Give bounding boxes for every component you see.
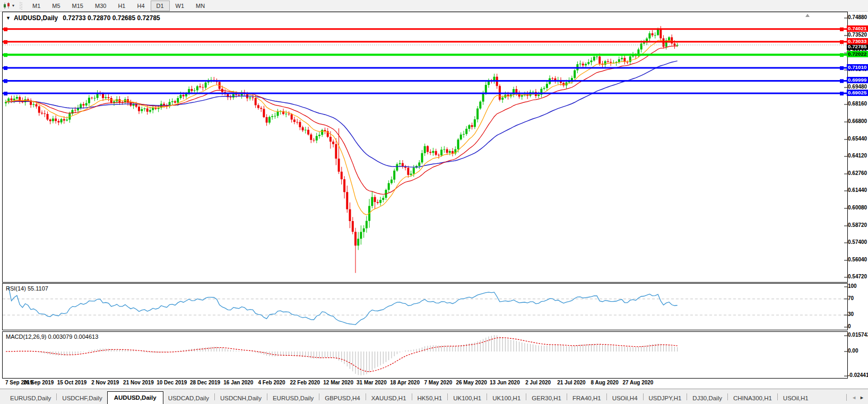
tab-eurusd-daily[interactable]: EURUSD,Daily bbox=[5, 393, 56, 404]
tab-fra40-h1[interactable]: FRA40,H1 bbox=[568, 393, 606, 404]
chart-title: ▼AUDUSD,Daily0.72733 0.72870 0.72685 0.7… bbox=[6, 14, 160, 22]
tab-divider bbox=[777, 393, 778, 400]
price-level-label-0.69999: 0.69999 bbox=[847, 77, 868, 83]
price-level-line-0.72022[interactable] bbox=[3, 53, 847, 57]
tab-divider bbox=[214, 393, 215, 400]
tab-hk50-h1[interactable]: HK50,H1 bbox=[413, 393, 447, 404]
date-label: 21 Jul 2020 bbox=[557, 380, 585, 385]
tab-scroll-controls: ◄ ► bbox=[845, 394, 866, 401]
timeframe-button-m15[interactable]: M15 bbox=[66, 1, 89, 11]
timeframe-button-m30[interactable]: M30 bbox=[89, 1, 112, 11]
rsi-indicator-pane[interactable]: RSI(14) 55.1107 bbox=[2, 283, 848, 330]
date-label: 22 Feb 2020 bbox=[290, 380, 320, 385]
price-level-label-0.73033: 0.73033 bbox=[847, 38, 868, 45]
rsi-axis-tick: 100 bbox=[848, 283, 868, 289]
chart-tabs: EURUSD,DailyUSDCHF,DailyAUDUSD,DailyUSDC… bbox=[5, 389, 813, 404]
toolbar-grip[interactable] bbox=[20, 2, 22, 10]
tab-divider bbox=[412, 393, 412, 400]
candlestick-glyph bbox=[3, 2, 11, 10]
price-level-label-0.69025: 0.69025 bbox=[847, 90, 868, 96]
rsi-chart[interactable] bbox=[3, 284, 847, 330]
price-axis-tick: 0.73520 bbox=[848, 32, 868, 38]
price-level-line-0.69999[interactable] bbox=[3, 79, 847, 83]
tab-divider bbox=[319, 393, 319, 400]
rsi-axis-tick: 0 bbox=[848, 323, 868, 330]
price-axis-tick: 0.56040 bbox=[848, 257, 868, 263]
price-chart[interactable] bbox=[3, 12, 847, 282]
date-label: 15 Oct 2019 bbox=[57, 380, 87, 385]
date-label: 13 Jun 2020 bbox=[490, 380, 520, 385]
tab-divider bbox=[687, 393, 687, 400]
candles-layer bbox=[5, 26, 679, 273]
price-level-line-0.74021[interactable] bbox=[3, 28, 847, 31]
tab-scroll-left-icon[interactable]: ◄ bbox=[852, 395, 856, 400]
tab-scroll-right-icon[interactable]: ► bbox=[860, 395, 864, 400]
price-axis-tick: 0.57400 bbox=[848, 239, 868, 245]
rsi-label: RSI(14) 55.1107 bbox=[6, 285, 48, 292]
tab-audusd-daily[interactable]: AUDUSD,Daily bbox=[107, 391, 163, 404]
tab-divider bbox=[56, 393, 57, 400]
price-chart-pane[interactable]: ▼AUDUSD,Daily0.72733 0.72870 0.72685 0.7… bbox=[2, 12, 848, 283]
tab-divider bbox=[606, 393, 607, 400]
date-label: 16 Jan 2020 bbox=[223, 380, 253, 385]
symbol-dropdown-icon[interactable]: ▼ bbox=[6, 15, 11, 21]
tab-divider bbox=[487, 393, 487, 400]
tab-divider bbox=[643, 393, 644, 400]
tab-usdcnh-daily[interactable]: USDCNH,Daily bbox=[215, 393, 266, 404]
tab-usdchf-daily[interactable]: USDCHF,Daily bbox=[57, 393, 107, 404]
date-label: 21 Nov 2019 bbox=[123, 380, 154, 385]
tab-uk100-h1[interactable]: UK100,H1 bbox=[488, 393, 525, 404]
date-label: 2 Jul 2020 bbox=[525, 380, 551, 385]
chart-shift-marker-icon bbox=[805, 14, 810, 17]
tab-dj30-daily[interactable]: DJ30,Daily bbox=[688, 393, 727, 404]
timeframe-button-d1[interactable]: D1 bbox=[151, 1, 170, 11]
rsi-axis-tick: 70 bbox=[848, 295, 868, 302]
price-level-line-0.69025[interactable] bbox=[3, 92, 847, 95]
timeframe-button-h1[interactable]: H1 bbox=[112, 1, 131, 11]
chart-tab-bar: EURUSD,DailyUSDCHF,DailyAUDUSD,DailyUSDC… bbox=[0, 389, 868, 404]
chart-type-dropdown-caret[interactable]: ▾ bbox=[12, 3, 14, 8]
tab-eurusd-daily[interactable]: EURUSD,Daily bbox=[268, 393, 318, 404]
macd-axis-tick: 0.015743 bbox=[848, 332, 868, 338]
timeframe-button-mn[interactable]: MN bbox=[190, 1, 211, 11]
price-axis-tick: 0.61440 bbox=[848, 187, 868, 194]
date-label: 26 Sep 2019 bbox=[23, 380, 54, 385]
timeframe-button-h4[interactable]: H4 bbox=[131, 1, 150, 11]
timeframe-buttons: M1M5M15M30H1H4D1W1MN bbox=[27, 1, 211, 11]
tab-usoil-h1[interactable]: USOil,H1 bbox=[778, 393, 813, 404]
tab-uk100-h1[interactable]: UK100,H1 bbox=[448, 393, 486, 404]
macd-indicator-pane[interactable]: MACD(12,26,9) 0.003079 0.004613 bbox=[2, 331, 848, 379]
price-level-line-0.73033[interactable] bbox=[3, 40, 847, 44]
tab-divider bbox=[366, 393, 366, 400]
tab-gbpusd-h4[interactable]: GBPUSD,H4 bbox=[320, 393, 364, 404]
date-label: 4 Feb 2020 bbox=[258, 380, 285, 385]
price-axis-tick: 0.65440 bbox=[848, 136, 868, 142]
price-level-label-0.71010: 0.71010 bbox=[847, 64, 868, 71]
timeframe-button-w1[interactable]: W1 bbox=[170, 1, 190, 11]
timeframe-button-m5[interactable]: M5 bbox=[46, 1, 66, 11]
date-label: 10 Dec 2019 bbox=[157, 380, 187, 385]
date-label: 12 Mar 2020 bbox=[323, 380, 353, 385]
tab-usdcad-daily[interactable]: USDCAD,Daily bbox=[163, 393, 214, 404]
price-level-line-0.71010[interactable] bbox=[3, 66, 847, 70]
macd-chart[interactable] bbox=[3, 332, 847, 378]
mt4-chart-window: ▾ M1M5M15M30H1H4D1W1MN ▼AUDUSD,Daily0.72… bbox=[0, 0, 868, 404]
time-scale[interactable]: 7 Sep 201926 Sep 201915 Oct 20192 Nov 20… bbox=[2, 379, 847, 389]
price-axis-tick: 0.68160 bbox=[848, 101, 868, 107]
macd-axis-tick: 0.00 bbox=[848, 348, 868, 354]
tab-usoil-h4[interactable]: USOil,H4 bbox=[607, 393, 643, 404]
date-label: 18 Apr 2020 bbox=[390, 380, 420, 385]
ohlc-quotes: 0.72733 0.72870 0.72685 0.72785 bbox=[63, 14, 160, 22]
tab-xauusd-h1[interactable]: XAUUSD,H1 bbox=[367, 393, 411, 404]
tab-usdjpy-h1[interactable]: USDJPY,H1 bbox=[644, 393, 687, 404]
price-axis-tick: 0.66800 bbox=[848, 118, 868, 125]
tab-divider bbox=[267, 393, 267, 400]
date-label: 26 May 2020 bbox=[456, 380, 487, 385]
chart-type-icon[interactable] bbox=[2, 2, 12, 10]
tab-divider bbox=[567, 393, 567, 400]
timeframe-button-m1[interactable]: M1 bbox=[27, 1, 46, 11]
date-label: 28 Dec 2019 bbox=[190, 380, 220, 385]
tab-china300-h1[interactable]: CHINA300,H1 bbox=[728, 393, 777, 404]
macd-label: MACD(12,26,9) 0.003079 0.004613 bbox=[6, 333, 98, 340]
tab-ger30-h1[interactable]: GER30,H1 bbox=[527, 393, 566, 404]
